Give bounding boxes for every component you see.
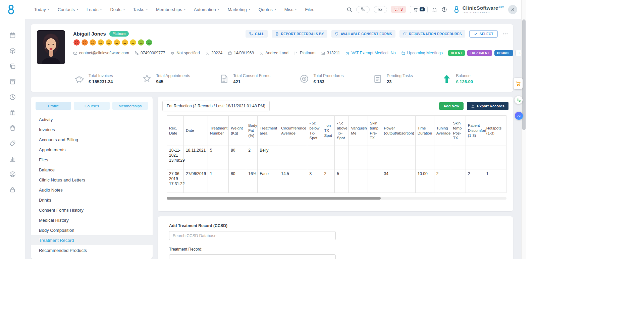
satisfaction-face-4-icon[interactable] bbox=[97, 39, 104, 46]
nav-item-leads[interactable]: Leads bbox=[87, 7, 102, 12]
report-referrals-by-button[interactable]: REPORT REFERRALS BY bbox=[272, 30, 327, 38]
sidebar-item-recommended-products[interactable]: Recommended Products bbox=[31, 245, 153, 255]
more-options-icon[interactable] bbox=[502, 31, 508, 37]
phone-icon bbox=[135, 51, 139, 55]
ccsd-search-input[interactable] bbox=[169, 231, 336, 240]
sidebar-item-audio-notes[interactable]: Audio Notes bbox=[31, 185, 153, 195]
tab-memberships[interactable]: Memberships bbox=[112, 102, 148, 110]
table-row[interactable]: 27-06-2019 17:31:2227/06/201918016%Face1… bbox=[167, 169, 506, 193]
sidebar-item-accounts-and-billing[interactable]: Accounts and Billing bbox=[31, 135, 153, 145]
nav-item-memberships[interactable]: Memberships bbox=[156, 7, 186, 12]
patient-meta-upcoming-meetings[interactable]: Upcoming Meetings bbox=[401, 51, 443, 55]
vertical-scrollbar-thumb[interactable] bbox=[522, 19, 526, 130]
rail-lock-button[interactable] bbox=[9, 186, 16, 193]
search-icon[interactable] bbox=[346, 7, 352, 12]
table-cell bbox=[368, 146, 382, 169]
floating-cart-button[interactable] bbox=[514, 78, 523, 89]
sidebar-item-invoices[interactable]: Invoices bbox=[31, 124, 153, 135]
sidebar-item-consent-forms-history[interactable]: Consent Forms History bbox=[31, 205, 153, 215]
floating-whatsapp-button[interactable] bbox=[515, 96, 523, 104]
report-icon bbox=[275, 32, 279, 36]
tab-courses[interactable]: Courses bbox=[74, 102, 109, 110]
chevron-down-icon bbox=[218, 9, 220, 10]
select-button[interactable]: SELECT bbox=[469, 30, 498, 38]
add-new-button[interactable]: Add New bbox=[439, 102, 464, 110]
export-records-button[interactable]: Export Records bbox=[467, 102, 508, 110]
sidebar-item-drinks[interactable]: Drinks bbox=[31, 195, 153, 205]
horizontal-scrollbar-thumb[interactable] bbox=[167, 197, 381, 200]
rail-calendar-date-button[interactable] bbox=[9, 32, 16, 39]
column-header-patient-discomfort-1-3: Patient Discomfort (1-3) bbox=[466, 116, 484, 146]
rail-history-button[interactable] bbox=[9, 94, 16, 101]
bank-icon bbox=[321, 51, 325, 55]
tab-profile[interactable]: Profile bbox=[36, 102, 71, 110]
sidebar-item-treatment-record[interactable]: Treatment Record bbox=[31, 235, 153, 245]
nav-item-automation[interactable]: Automation bbox=[194, 7, 220, 12]
satisfaction-face-5-icon[interactable] bbox=[105, 39, 112, 46]
satisfaction-face-2-icon[interactable] bbox=[81, 39, 88, 46]
sidebar-item-activity[interactable]: Activity bbox=[31, 114, 153, 124]
sidebar-item-balance[interactable]: Balance bbox=[31, 165, 153, 175]
sidebar-item-body-composition[interactable]: Body Composition bbox=[31, 225, 153, 235]
inbox-button[interactable] bbox=[374, 6, 387, 13]
rail-tag-button[interactable] bbox=[9, 140, 16, 147]
add-label-button[interactable]: + Add Labe bbox=[516, 50, 521, 56]
column-header-rec-date: Rec. Date bbox=[167, 116, 184, 146]
rail-id-badge-button[interactable] bbox=[9, 171, 16, 178]
nav-item-today[interactable]: Today bbox=[34, 7, 50, 12]
rail-cube-button[interactable] bbox=[9, 47, 16, 54]
satisfaction-face-3-icon[interactable] bbox=[89, 39, 96, 46]
nav-item-tasks[interactable]: Tasks bbox=[133, 7, 148, 12]
nav-item-quotes[interactable]: Quotes bbox=[259, 7, 276, 12]
column-header-treatment-area: Treatment area bbox=[258, 116, 279, 146]
person-icon bbox=[259, 51, 264, 55]
treatment-record-textarea[interactable] bbox=[169, 254, 336, 259]
table-row[interactable]: 18-11-2021 13:48:2918.11.20215802Belly bbox=[167, 146, 506, 169]
table-cell bbox=[451, 169, 466, 193]
floating-ai-button[interactable]: AI bbox=[515, 112, 523, 120]
dialer-button[interactable] bbox=[356, 6, 370, 13]
nav-item-misc[interactable]: Misc bbox=[284, 7, 297, 12]
sidebar-item-files[interactable]: Files bbox=[31, 155, 153, 165]
rail-bar-chart-button[interactable] bbox=[9, 155, 16, 162]
cart-button[interactable]: 0 bbox=[410, 6, 428, 13]
sidebar-item-clinic-notes-and-letters[interactable]: Clinic Notes and Letters bbox=[31, 175, 153, 185]
stat-balance: Balance£ 126.00 bbox=[442, 73, 473, 84]
nav-item-deals[interactable]: Deals bbox=[110, 7, 125, 12]
user-avatar-button[interactable] bbox=[508, 5, 517, 14]
rail-shopping-bag-button[interactable] bbox=[9, 124, 16, 131]
column-header-treatment-number: Treatment Number bbox=[208, 116, 229, 146]
satisfaction-face-7-icon[interactable] bbox=[121, 39, 128, 46]
envelope-icon bbox=[73, 51, 77, 55]
rail-archive-button[interactable] bbox=[9, 78, 16, 85]
nav-item-contacts[interactable]: Contacts bbox=[58, 7, 78, 12]
satisfaction-face-6-icon[interactable] bbox=[113, 39, 120, 46]
help-icon[interactable] bbox=[441, 7, 447, 12]
rail-gift-button[interactable] bbox=[9, 109, 16, 116]
column-header-date: Date bbox=[184, 116, 208, 146]
add-record-card: Add Treatment Record (CCSD) Treatment Re… bbox=[158, 216, 513, 259]
nav-item-marketing[interactable]: Marketing bbox=[228, 7, 251, 12]
rejuvenation-procedures-button[interactable]: REJUVENATION PROCEDURES bbox=[399, 30, 465, 38]
sidebar-item-medical-history[interactable]: Medical History bbox=[31, 215, 153, 225]
satisfaction-face-1-icon[interactable] bbox=[73, 39, 80, 46]
app-logo-icon[interactable] bbox=[5, 3, 17, 16]
available-consent-forms-button[interactable]: AVAILABLE CONSENT FORMS bbox=[331, 30, 395, 38]
target-icon bbox=[299, 74, 309, 84]
satisfaction-face-9-icon[interactable] bbox=[138, 39, 145, 46]
satisfaction-face-8-icon[interactable] bbox=[129, 39, 137, 46]
sidebar-item-appointments[interactable]: Appointments bbox=[31, 145, 153, 155]
satisfaction-face-10-icon[interactable] bbox=[146, 39, 153, 46]
call-button[interactable]: CALL bbox=[246, 30, 268, 38]
patient-actions: CALLREPORT REFERRALS BYAVAILABLE CONSENT… bbox=[246, 30, 508, 38]
icon-rail bbox=[0, 19, 25, 259]
column-header-tuning-average: Tuning Average bbox=[434, 116, 451, 146]
patient-meta-vat-exempt-medical-no[interactable]: VAT Exempt Medical: No bbox=[345, 51, 396, 55]
rail-copy-button[interactable] bbox=[9, 63, 16, 70]
nav-item-files[interactable]: Files bbox=[305, 7, 314, 12]
bell-icon[interactable] bbox=[432, 7, 437, 12]
table-cell: 5 bbox=[208, 146, 229, 169]
download-icon bbox=[471, 104, 475, 108]
chat-button[interactable]: 3 bbox=[391, 6, 406, 13]
stat-value: £ 126.00 bbox=[456, 79, 473, 84]
